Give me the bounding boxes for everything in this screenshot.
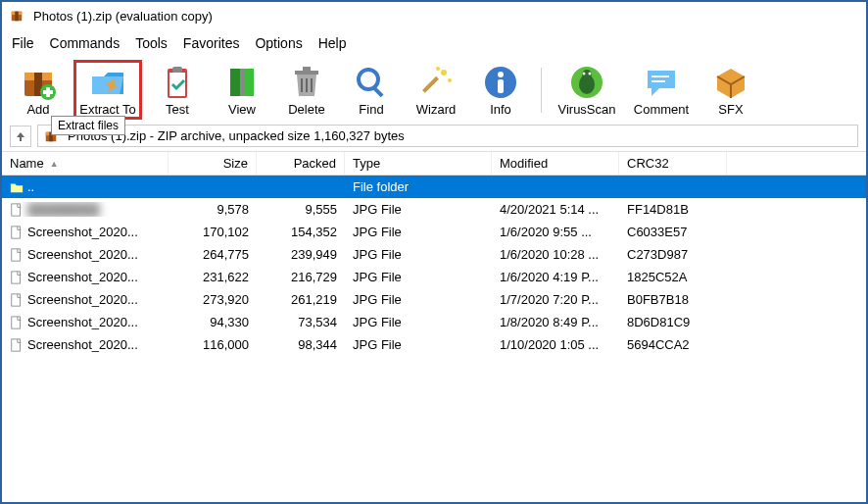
file-icon (10, 316, 24, 329)
wand-icon (416, 63, 456, 102)
toolbar-label: VirusScan (557, 102, 615, 117)
virus-button[interactable]: VirusScan (554, 61, 620, 119)
col-header-size[interactable]: Size (169, 152, 257, 175)
cell-name: ████████ (2, 202, 169, 217)
cell-size: 273,920 (169, 292, 257, 307)
cell-packed: 9,555 (257, 202, 345, 217)
up-button[interactable] (10, 126, 31, 147)
toolbar-label: Find (359, 102, 383, 117)
sfx-button[interactable]: SFX (702, 61, 759, 119)
cell-packed: 98,344 (257, 337, 345, 352)
toolbar-label: SFX (718, 102, 743, 117)
svg-rect-40 (12, 226, 21, 237)
svg-point-23 (441, 70, 447, 76)
book-icon (222, 63, 262, 102)
cell-crc: C6033E57 (619, 225, 727, 239)
menu-help[interactable]: Help (318, 35, 347, 51)
cell-packed: 261,219 (257, 292, 345, 307)
folder-out-icon (88, 63, 127, 102)
toolbar-label: Test (166, 102, 189, 117)
extract-button[interactable]: Extract To (74, 61, 141, 119)
column-header-row: Name▲ Size Packed Type Modified CRC32 (2, 151, 866, 176)
file-icon (10, 271, 24, 284)
svg-rect-41 (12, 248, 21, 260)
view-button[interactable]: View (214, 61, 270, 119)
tooltip-extract: Extract files (51, 116, 125, 135)
svg-rect-43 (12, 293, 21, 305)
cell-type: JPG File (345, 315, 492, 329)
delete-button[interactable]: Delete (278, 61, 335, 119)
col-header-crc[interactable]: CRC32 (619, 152, 727, 175)
menu-favorites[interactable]: Favorites (183, 35, 240, 51)
file-row[interactable]: ████████9,5789,555JPG File4/20/2021 5:14… (2, 198, 866, 221)
cell-name: Screenshot_2020... (2, 292, 169, 307)
title-bar: Photos (1).zip (evaluation copy) (2, 2, 866, 29)
toolbar-label: Add (26, 102, 49, 117)
info-button[interactable]: Info (472, 61, 529, 119)
file-row[interactable]: Screenshot_2020...231,622216,729JPG File… (2, 266, 866, 288)
cell-size: 264,775 (169, 247, 257, 262)
folder-icon (10, 180, 24, 194)
svg-rect-28 (498, 79, 504, 93)
col-header-type[interactable]: Type (345, 152, 492, 175)
cell-packed: 73,534 (257, 315, 345, 329)
archive-add-icon (19, 63, 58, 102)
add-button[interactable]: Add (10, 61, 67, 119)
cell-name: Screenshot_2020... (2, 225, 169, 239)
svg-rect-14 (240, 69, 244, 96)
toolbar: AddExtract ToTestViewDeleteFindWizardInf… (2, 57, 866, 121)
svg-rect-18 (306, 78, 308, 92)
svg-rect-45 (12, 338, 21, 350)
svg-rect-44 (12, 316, 21, 328)
find-button[interactable]: Find (343, 61, 400, 119)
app-icon (10, 9, 24, 23)
cell-packed: 154,352 (257, 225, 345, 239)
cell-modified: 1/6/2020 9:55 ... (492, 225, 619, 239)
wizard-button[interactable]: Wizard (408, 61, 464, 119)
toolbar-label: Extract To (79, 102, 136, 117)
svg-rect-17 (301, 78, 303, 92)
svg-point-32 (583, 73, 586, 76)
file-list[interactable]: ..File folder████████9,5789,555JPG File4… (2, 176, 866, 502)
file-icon (10, 226, 24, 239)
cell-type: File folder (345, 179, 492, 194)
path-box[interactable]: Photos (1).zip - ZIP archive, unpacked s… (37, 125, 858, 147)
toolbar-label: Comment (634, 102, 689, 117)
cell-crc: 8D6D81C9 (619, 315, 727, 329)
file-row[interactable]: Screenshot_2020...170,102154,352JPG File… (2, 221, 866, 243)
file-row[interactable]: Screenshot_2020...273,920261,219JPG File… (2, 288, 866, 311)
svg-point-24 (448, 78, 452, 82)
menu-options[interactable]: Options (255, 35, 302, 51)
clipboard-check-icon (158, 63, 197, 102)
svg-point-33 (589, 73, 592, 76)
svg-rect-19 (311, 78, 313, 92)
svg-rect-10 (169, 73, 185, 96)
box-icon (711, 63, 750, 102)
svg-rect-2 (15, 12, 19, 22)
trash-icon (287, 63, 326, 102)
menu-tools[interactable]: Tools (135, 35, 168, 51)
cell-size: 231,622 (169, 270, 257, 284)
svg-rect-42 (12, 271, 21, 282)
cell-size: 116,000 (169, 337, 257, 352)
test-button[interactable]: Test (149, 61, 206, 119)
col-header-name[interactable]: Name▲ (2, 152, 169, 175)
cell-type: JPG File (345, 270, 492, 284)
menu-bar: FileCommandsToolsFavoritesOptionsHelp (2, 29, 866, 57)
parent-dir-row[interactable]: ..File folder (2, 176, 866, 198)
cell-crc: B0FB7B18 (619, 292, 727, 307)
file-row[interactable]: Screenshot_2020...264,775239,949JPG File… (2, 243, 866, 266)
sort-indicator-icon: ▲ (50, 159, 59, 169)
cell-type: JPG File (345, 202, 492, 217)
file-row[interactable]: Screenshot_2020...94,33073,534JPG File1/… (2, 311, 866, 333)
bug-icon (567, 63, 606, 102)
file-row[interactable]: Screenshot_2020...116,00098,344JPG File1… (2, 333, 866, 356)
svg-rect-34 (651, 76, 669, 77)
comment-button[interactable]: Comment (628, 61, 695, 119)
menu-file[interactable]: File (12, 35, 34, 51)
menu-commands[interactable]: Commands (50, 35, 121, 51)
svg-rect-35 (651, 80, 665, 82)
col-header-packed[interactable]: Packed (257, 152, 345, 175)
cell-type: JPG File (345, 292, 492, 307)
col-header-modified[interactable]: Modified (492, 152, 619, 175)
